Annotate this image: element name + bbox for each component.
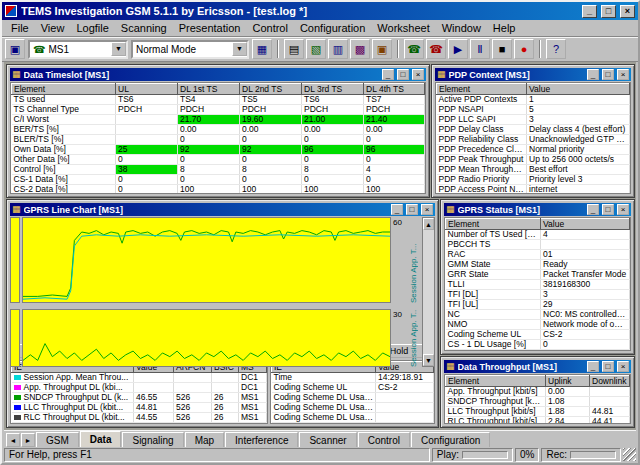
series-axis-label: Session App. T... bbox=[409, 309, 421, 367]
minimize-button[interactable]: _ bbox=[587, 204, 599, 215]
cell: LLC Throughput [kbit/s] bbox=[446, 407, 546, 417]
window-titlebar[interactable]: ▦ Data Timeslot [MS1] _ □ × bbox=[10, 68, 426, 81]
cell: CS - 1 DL Usage [%] bbox=[446, 340, 541, 350]
table-row: BER/TS [%]0.000.000.000.00 bbox=[12, 125, 425, 135]
scroll-up-icon[interactable]: ▲ bbox=[423, 218, 434, 230]
cell: Other Data [%] bbox=[12, 155, 116, 165]
pause-icon[interactable]: Ⅱ bbox=[470, 39, 490, 59]
minimize-button[interactable]: _ bbox=[391, 204, 403, 215]
close-button[interactable]: × bbox=[412, 69, 424, 80]
grid-window-icon[interactable]: ▩ bbox=[350, 39, 370, 59]
cell: 8 bbox=[178, 165, 240, 175]
menu-item-worksheet[interactable]: Worksheet bbox=[371, 21, 435, 35]
cell: 0 bbox=[302, 135, 364, 145]
maximize-button[interactable]: □ bbox=[602, 204, 614, 215]
cell: 0 bbox=[364, 155, 425, 165]
cell bbox=[376, 413, 434, 423]
scroll-down-icon[interactable]: ▼ bbox=[423, 354, 434, 366]
table-row: Coding Scheme DL Usage (To... bbox=[272, 403, 434, 413]
window-titlebar[interactable]: ▦ Data Throughput [MS1] _ □ × bbox=[444, 360, 631, 373]
window-titlebar[interactable]: ▦ GPRS Line Chart [MS1] _ □ × bbox=[10, 203, 435, 216]
disconnect-icon[interactable]: ☎ bbox=[426, 39, 446, 59]
tab-configuration[interactable]: Configuration bbox=[411, 432, 490, 447]
presentation-icon[interactable]: ▣ bbox=[5, 39, 25, 59]
cell: internet bbox=[527, 185, 630, 195]
window-body: ElementUplinkDownlinkApp. Throughput [kb… bbox=[444, 374, 631, 424]
window-pdp-context: ▦ PDP Context [MS1] _ □ × ElementValueAc… bbox=[431, 64, 635, 198]
maximize-button[interactable]: □ bbox=[602, 69, 614, 80]
record-icon[interactable]: ● bbox=[514, 39, 534, 59]
cell: Session App. Mean Throu... bbox=[12, 373, 134, 383]
menu-item-presentation[interactable]: Presentation bbox=[173, 21, 247, 35]
window-titlebar[interactable]: ▦ PDP Context [MS1] _ □ × bbox=[435, 68, 631, 81]
maximize-button[interactable]: □ bbox=[406, 204, 418, 215]
menu-item-window[interactable]: Window bbox=[436, 21, 487, 35]
cell: RLC Throughput [kbit/s] bbox=[446, 417, 546, 425]
worksheet-icon[interactable]: ▦ bbox=[252, 39, 272, 59]
ms-combobox[interactable]: ☎ MS1 ▼ bbox=[28, 40, 128, 59]
cell bbox=[376, 393, 434, 403]
close-button[interactable]: × bbox=[617, 361, 629, 372]
map-window-icon[interactable]: ▧ bbox=[306, 39, 326, 59]
close-button[interactable]: × bbox=[617, 69, 629, 80]
cell: 0 bbox=[302, 175, 364, 185]
chart-vertical-scrollbar[interactable]: ▲ ▼ bbox=[422, 217, 435, 367]
menu-item-file[interactable]: File bbox=[5, 21, 35, 35]
worksheet-tabbar: ◄ ► GSMDataSignalingMapInterferenceScann… bbox=[4, 430, 636, 447]
cell: Up to 256 000 octets/s bbox=[527, 155, 630, 165]
table-row: CS-1 Data [%]00000 bbox=[12, 175, 425, 185]
cell: Coding Scheme DL Usage (To... bbox=[272, 413, 376, 423]
cell bbox=[590, 397, 630, 407]
minimize-button[interactable]: _ bbox=[382, 69, 394, 80]
tab-signaling[interactable]: Signaling bbox=[122, 432, 183, 447]
tab-scanner[interactable]: Scanner bbox=[299, 432, 356, 447]
chart-window-icon[interactable]: ▥ bbox=[328, 39, 348, 59]
connect-icon[interactable]: ☎ bbox=[404, 39, 424, 59]
table-row: PBCCH TS bbox=[446, 240, 630, 250]
maximize-button[interactable]: □ bbox=[602, 361, 614, 372]
tab-scroll-left-icon[interactable]: ◄ bbox=[6, 433, 20, 447]
maximize-button[interactable]: □ bbox=[397, 69, 409, 80]
resize-grip[interactable] bbox=[623, 448, 636, 461]
cell: 3 bbox=[541, 290, 630, 300]
chevron-down-icon[interactable]: ▼ bbox=[111, 42, 126, 56]
close-button[interactable]: × bbox=[421, 204, 433, 215]
app-close-button[interactable]: × bbox=[620, 5, 635, 18]
cell: 21.40 bbox=[364, 115, 425, 125]
menu-item-help[interactable]: Help bbox=[487, 21, 522, 35]
chevron-down-icon[interactable]: ▼ bbox=[232, 42, 247, 56]
window-icon: ▦ bbox=[12, 70, 21, 79]
app-minimize-button[interactable]: _ bbox=[582, 5, 597, 18]
cell: 0.00 bbox=[364, 125, 425, 135]
play-icon[interactable]: ▶ bbox=[448, 39, 468, 59]
tab-map[interactable]: Map bbox=[185, 432, 224, 447]
menu-item-logfile[interactable]: Logfile bbox=[70, 21, 114, 35]
minimize-button[interactable]: _ bbox=[587, 69, 599, 80]
app-maximize-button[interactable]: □ bbox=[601, 5, 616, 18]
column-header: DL 1st TS bbox=[178, 84, 240, 95]
menu-item-control[interactable]: Control bbox=[246, 21, 293, 35]
tab-scroll-right-icon[interactable]: ► bbox=[21, 433, 35, 447]
tab-gsm[interactable]: GSM bbox=[36, 432, 79, 447]
cell: TS4 bbox=[178, 95, 240, 105]
menu-item-view[interactable]: View bbox=[35, 21, 71, 35]
tab-interference[interactable]: Interference bbox=[225, 432, 298, 447]
cell: Active PDP Contexts bbox=[437, 95, 527, 105]
table-row: Coding Scheme DL Usage (To... bbox=[272, 413, 434, 423]
mode-combobox[interactable]: Normal Mode ▼ bbox=[131, 40, 249, 59]
help-icon[interactable]: ? bbox=[546, 39, 566, 59]
tab-data[interactable]: Data bbox=[80, 431, 122, 447]
stop-icon[interactable]: ■ bbox=[492, 39, 512, 59]
tab-control[interactable]: Control bbox=[358, 432, 410, 447]
new-window-icon[interactable]: ▤ bbox=[284, 39, 304, 59]
close-button[interactable]: × bbox=[617, 204, 629, 215]
cell: 0 bbox=[116, 155, 178, 165]
window-titlebar[interactable]: ▦ GPRS Status [MS1] _ □ × bbox=[444, 203, 631, 216]
menu-item-scanning[interactable]: Scanning bbox=[115, 21, 173, 35]
table-row: TFI [UL]29 bbox=[446, 300, 630, 310]
minimize-button[interactable]: _ bbox=[587, 361, 599, 372]
menu-item-configuration[interactable]: Configuration bbox=[294, 21, 371, 35]
cell: TFI [DL] bbox=[446, 290, 541, 300]
legend-marker bbox=[14, 375, 21, 380]
report-icon[interactable]: ▣ bbox=[372, 39, 392, 59]
